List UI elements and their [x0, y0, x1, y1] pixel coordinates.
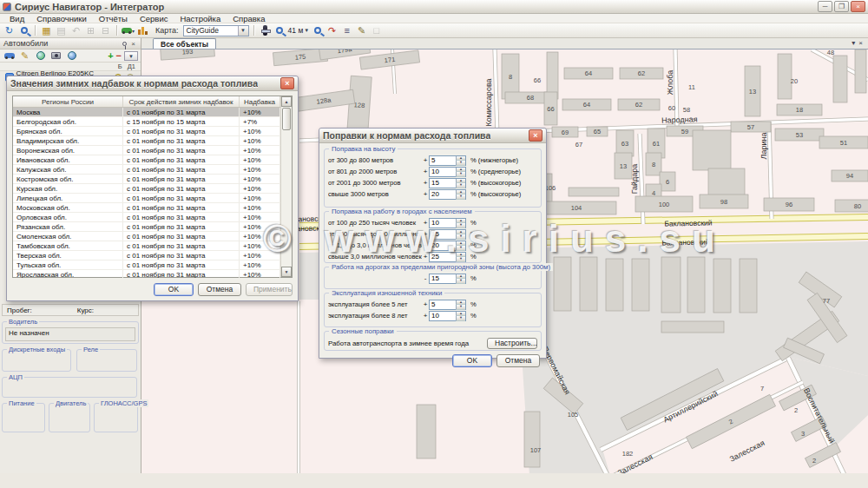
spin-input[interactable]: 10▲▼	[429, 218, 466, 228]
menu-item-0[interactable]: Вид	[3, 14, 30, 23]
ok-button[interactable]: OK	[154, 283, 194, 296]
table-scrollbar[interactable]: ▲ ▼	[280, 96, 292, 277]
menu-item-5[interactable]: Справка	[227, 14, 271, 23]
table-row[interactable]: Курская обл.с 01 ноября по 31 марта+10%	[13, 184, 280, 194]
dialog-close-icon[interactable]: ×	[280, 77, 294, 89]
table-row[interactable]: Тамбовская обл.с 01 ноября по 31 марта+1…	[13, 241, 280, 251]
spin-input[interactable]: 25▲▼	[429, 252, 466, 262]
table-row[interactable]: Владимирская обл.с 01 ноября по 31 марта…	[13, 136, 280, 146]
scroll-thumb[interactable]	[282, 108, 291, 130]
building-number: 69	[562, 129, 569, 136]
table-row[interactable]: Московская обл.с 01 ноября по 31 марта+1…	[13, 203, 280, 213]
column-header[interactable]: Срок действия зимних надбавок	[123, 96, 240, 107]
table-row[interactable]: Ивановская обл.с 01 ноября по 31 марта+1…	[13, 155, 280, 165]
refresh-icon[interactable]: ↻	[3, 24, 16, 36]
close-button[interactable]: ×	[851, 1, 865, 12]
ok-button[interactable]: OK	[452, 354, 492, 367]
add-vehicle-button[interactable]: +	[108, 50, 113, 61]
tab-close-icon[interactable]: ×	[858, 39, 863, 47]
zoom-in-icon[interactable]	[273, 24, 286, 36]
street-label: Народная	[661, 115, 698, 124]
menu-item-4[interactable]: Настройка	[174, 14, 227, 23]
dialog-close-icon[interactable]: ×	[529, 129, 542, 142]
spin-down-icon[interactable]: ▼	[456, 246, 465, 251]
spin-input[interactable]: 20▲▼	[429, 189, 466, 200]
spin-input[interactable]: 10▲▼	[429, 311, 466, 321]
regions-table[interactable]: Москвас 01 ноября по 31 марта+10%Белгоро…	[13, 108, 280, 278]
edit-vehicle-icon[interactable]: ✎	[18, 49, 31, 62]
track-slider-icon[interactable]	[259, 24, 272, 36]
table-row[interactable]: Рязанская обл.с 01 ноября по 31 марта+10…	[13, 222, 280, 232]
tree-column-Б[interactable]: Б	[118, 63, 122, 70]
table-row[interactable]: Ярославская обл.с 01 ноября по 31 марта+…	[13, 270, 280, 278]
spin-down-icon[interactable]: ▼	[456, 279, 465, 284]
configure-button[interactable]: Настроить...	[487, 338, 537, 349]
spin-down-icon[interactable]: ▼	[456, 172, 465, 177]
table-header[interactable]: Регионы РоссииСрок действия зимних надба…	[13, 96, 280, 108]
scroll-down-icon[interactable]: ▼	[281, 267, 292, 277]
cancel-button[interactable]: Отмена	[198, 283, 241, 296]
spin-input[interactable]: 5▲▼	[429, 155, 466, 166]
table-row[interactable]: Воронежская обл.с 01 ноября по 31 марта+…	[13, 146, 280, 155]
spin-input[interactable]: 20▲▼	[429, 241, 466, 251]
tab-all-objects[interactable]: Все объекты	[153, 38, 216, 49]
map-provider-combo[interactable]: CityGuide ▼	[183, 25, 249, 36]
chart-icon[interactable]	[136, 24, 149, 36]
apply-button[interactable]: Применить	[246, 283, 293, 296]
table-row[interactable]: Смоленская обл.с 01 ноября по 31 марта+1…	[13, 232, 280, 241]
table-row[interactable]: Тульская обл.с 01 ноября по 31 марта+10%	[13, 260, 280, 270]
spin-down-icon[interactable]: ▼	[456, 257, 465, 262]
route-edit-icon[interactable]: ▦	[40, 24, 53, 36]
menu-item-3[interactable]: Сервис	[134, 14, 174, 23]
combo-drop-icon[interactable]: ▼	[238, 26, 248, 36]
remove-vehicle-button[interactable]: −	[116, 50, 122, 61]
search-icon[interactable]	[17, 24, 30, 36]
vehicle-icon[interactable]: ▾	[122, 24, 135, 36]
edit-note-icon[interactable]: ✎	[355, 24, 368, 36]
table-row[interactable]: Костромская обл.с 01 ноября по 31 марта+…	[13, 175, 280, 184]
map-scale[interactable]: 41 м ▼	[288, 26, 310, 35]
map-combo-label: Карта:	[155, 26, 179, 35]
spin-down-icon[interactable]: ▼	[456, 305, 465, 310]
table-row[interactable]: Калужская обл.с 01 ноября по 31 марта+10…	[13, 165, 280, 175]
column-header[interactable]: Регионы России	[13, 96, 123, 107]
spin-down-icon[interactable]: ▼	[456, 183, 465, 188]
cancel-button[interactable]: Отмена	[496, 354, 540, 367]
tree-column-Д1[interactable]: Д1	[128, 63, 135, 70]
spin-input[interactable]: 15▲▼	[429, 274, 466, 284]
maximize-button[interactable]: ❐	[834, 1, 849, 12]
scroll-up-icon[interactable]: ▲	[281, 96, 292, 107]
spin-down-icon[interactable]: ▼	[456, 161, 465, 166]
spin-input[interactable]: 10▲▼	[429, 167, 466, 177]
legend-icon[interactable]: ≡	[340, 24, 353, 36]
table-row[interactable]: Белгородская обл.с 15 ноября по 15 марта…	[13, 117, 280, 127]
table-row[interactable]: Москвас 01 ноября по 31 марта+10%	[13, 108, 280, 117]
spin-down-icon[interactable]: ▼	[456, 223, 465, 228]
spin-input[interactable]: 15▲▼	[429, 178, 466, 188]
panel-close-icon[interactable]: ×	[129, 40, 137, 48]
spin-input[interactable]: 15▲▼	[429, 229, 466, 240]
spin-down-icon[interactable]: ▼	[456, 234, 465, 240]
menu-item-2[interactable]: Отчёты	[93, 14, 134, 23]
building-number: 66	[534, 76, 541, 84]
tab-drop-icon[interactable]: ▾	[852, 39, 855, 47]
scale-caret-icon[interactable]: ▼	[304, 28, 309, 33]
zoom-out-icon[interactable]	[311, 24, 324, 36]
find-vehicle-icon[interactable]	[3, 49, 16, 62]
spin-input[interactable]: 5▲▼	[429, 300, 466, 310]
menu-item-1[interactable]: Справочники	[30, 14, 93, 23]
table-row[interactable]: Липецкая обл.с 01 ноября по 31 марта+10%	[13, 194, 280, 203]
goto-icon[interactable]: ↷	[326, 24, 339, 36]
pin-icon[interactable]	[121, 40, 129, 48]
column-header[interactable]: Надбавка	[240, 96, 280, 107]
view-drop-button[interactable]: ▼	[124, 51, 138, 61]
photo-icon[interactable]	[49, 49, 62, 62]
table-row[interactable]: Орловская обл.с 01 ноября по 31 марта+10…	[13, 213, 280, 222]
spin-down-icon[interactable]: ▼	[456, 195, 465, 200]
globe-blue-icon[interactable]	[65, 49, 78, 62]
table-row[interactable]: Тверская обл.с 01 ноября по 31 марта+10%	[13, 251, 280, 260]
minimize-button[interactable]: ─	[818, 1, 832, 12]
spin-down-icon[interactable]: ▼	[456, 316, 465, 321]
globe-green-icon[interactable]	[34, 49, 47, 62]
table-row[interactable]: Брянская обл.с 01 ноября по 31 марта+10%	[13, 127, 280, 136]
